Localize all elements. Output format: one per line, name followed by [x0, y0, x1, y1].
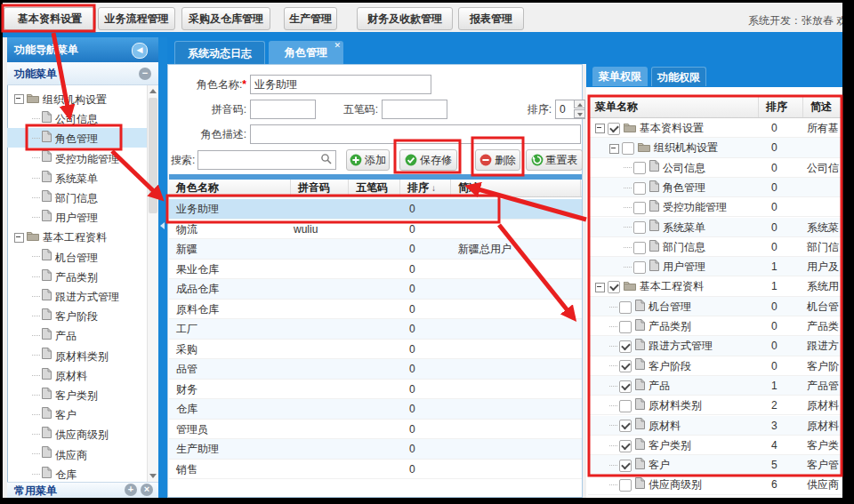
- permission-row[interactable]: 客户阶段0客户阶: [588, 356, 842, 376]
- table-row[interactable]: 品管0: [169, 359, 582, 380]
- permission-checkbox[interactable]: [619, 440, 632, 452]
- top-menu-item-6[interactable]: 报表管理: [458, 7, 524, 30]
- pinyin-field[interactable]: [250, 100, 316, 119]
- column-header-3[interactable]: 五笔码: [349, 180, 400, 196]
- permission-checkbox[interactable]: [608, 281, 620, 293]
- add-favorite-icon[interactable]: +: [125, 484, 137, 496]
- table-row[interactable]: 财务0: [169, 380, 582, 400]
- permission-checkbox[interactable]: [619, 321, 632, 333]
- permission-checkbox[interactable]: [619, 301, 632, 314]
- collapse-section-icon[interactable]: −: [139, 68, 151, 80]
- sidebar-tree-item[interactable]: 组织机构设置: [7, 89, 154, 108]
- table-row[interactable]: 仓库0: [169, 399, 582, 420]
- expand-collapse-icon[interactable]: [14, 233, 24, 243]
- table-row[interactable]: 采购0: [169, 340, 582, 360]
- permission-checkbox[interactable]: [633, 221, 646, 234]
- permission-checkbox[interactable]: [619, 479, 632, 492]
- column-header-2[interactable]: 排序: [759, 96, 803, 117]
- reset-form-button[interactable]: 重置表单: [526, 149, 583, 171]
- top-menu-item-1[interactable]: 基本资料设置: [4, 7, 96, 30]
- column-header-2[interactable]: 拼音码: [291, 180, 349, 196]
- permission-row[interactable]: 公司信息0公司信: [588, 158, 842, 178]
- expand-collapse-icon[interactable]: [609, 144, 619, 154]
- tab-system-log[interactable]: 系统动态日志: [174, 41, 265, 64]
- permission-row[interactable]: 受控功能管理0: [588, 197, 842, 217]
- permission-row[interactable]: 基本工程资料1系统用: [588, 276, 842, 296]
- table-row[interactable]: 管理员0: [169, 420, 582, 440]
- spin-down-icon[interactable]: [574, 109, 585, 118]
- permission-checkbox[interactable]: [619, 340, 632, 353]
- top-menu-item-4[interactable]: 生产管理: [284, 7, 337, 30]
- permission-checkbox[interactable]: [633, 242, 646, 254]
- permission-checkbox[interactable]: [633, 202, 646, 214]
- permission-checkbox[interactable]: [622, 142, 634, 155]
- expand-collapse-icon[interactable]: [595, 124, 605, 133]
- top-menu-item-3[interactable]: 采购及仓库管理: [181, 7, 270, 30]
- permission-checkbox[interactable]: [619, 420, 632, 432]
- column-header-3[interactable]: 简述: [803, 96, 842, 117]
- permission-row[interactable]: 客户类别4客户类: [588, 436, 842, 455]
- column-header-1[interactable]: 角色名称: [169, 180, 291, 196]
- top-menu-item-5[interactable]: 财务及收款管理: [357, 7, 453, 30]
- sidebar-tree-item[interactable]: 基本工程资料: [7, 227, 154, 246]
- permission-checkbox[interactable]: [619, 460, 632, 472]
- scroll-thumb[interactable]: [149, 98, 157, 213]
- permission-checkbox[interactable]: [633, 182, 646, 195]
- permission-row[interactable]: 角色管理0: [588, 178, 842, 197]
- permission-row[interactable]: 原材料类别2原材料: [588, 396, 842, 415]
- permission-row[interactable]: 原材料3原材料: [588, 416, 842, 436]
- wubi-field[interactable]: [382, 100, 447, 119]
- permission-row[interactable]: 产品类别0产品类: [588, 316, 842, 336]
- close-tab-icon[interactable]: ✕: [334, 41, 341, 51]
- scroll-down-icon[interactable]: [149, 474, 157, 478]
- expand-collapse-icon[interactable]: [595, 283, 605, 292]
- spin-up-icon[interactable]: [574, 100, 585, 108]
- tab-role-management[interactable]: 角色管理 ✕: [269, 41, 343, 64]
- add-button[interactable]: 添加: [346, 149, 390, 171]
- delete-button[interactable]: 删除: [475, 149, 520, 171]
- splitter-collapse-icon[interactable]: [160, 222, 165, 229]
- column-header-4[interactable]: 排序↓: [400, 180, 451, 196]
- save-changes-button[interactable]: 保存修改: [399, 149, 457, 171]
- search-input[interactable]: [197, 150, 336, 170]
- permission-row[interactable]: 组织机构设置0: [588, 138, 842, 157]
- permission-checkbox[interactable]: [619, 400, 632, 412]
- table-row[interactable]: 物流wuliu0: [169, 220, 582, 240]
- column-header-5[interactable]: 简述: [451, 180, 581, 196]
- remove-favorite-icon[interactable]: ×: [141, 484, 153, 496]
- table-row[interactable]: 业务助理0: [169, 199, 582, 220]
- permission-row[interactable]: 产品1产品管: [588, 376, 842, 396]
- table-row[interactable]: 生产助理0: [169, 439, 582, 460]
- sidebar-section-header[interactable]: 功能菜单: [7, 62, 158, 85]
- expand-collapse-icon[interactable]: [14, 94, 24, 104]
- column-header-1[interactable]: 菜单名称: [588, 96, 759, 117]
- permission-row[interactable]: 基本资料设置0所有基: [588, 118, 842, 138]
- permission-row[interactable]: 客户5客户管: [588, 455, 842, 475]
- table-row[interactable]: 销售0: [169, 460, 582, 480]
- permission-checkbox[interactable]: [633, 261, 646, 274]
- permission-checkbox[interactable]: [633, 162, 646, 174]
- tab-menu-permissions[interactable]: 菜单权限: [592, 67, 648, 86]
- scroll-up-icon[interactable]: [149, 89, 157, 93]
- permission-row[interactable]: 供应商级别6供应商: [588, 475, 842, 494]
- sidebar-scrollbar[interactable]: [147, 85, 158, 482]
- table-row[interactable]: 工厂0: [169, 319, 582, 340]
- role-name-field[interactable]: [250, 75, 431, 94]
- top-menu-item-2[interactable]: 业务流程管理: [98, 7, 175, 30]
- tab-function-permissions[interactable]: 功能权限: [651, 67, 706, 86]
- table-row[interactable]: 新疆0新疆总用户: [169, 239, 582, 260]
- table-row[interactable]: 原料仓库0: [169, 300, 582, 320]
- permission-row[interactable]: 系统菜单0系统菜: [588, 218, 842, 237]
- search-icon[interactable]: [320, 153, 334, 167]
- permission-row[interactable]: 机台管理0机台管: [588, 297, 842, 316]
- permission-row[interactable]: 部门信息0部门信: [588, 237, 842, 257]
- table-row[interactable]: 果业仓库0: [169, 260, 582, 280]
- permission-row[interactable]: 跟进方式管理0跟进方: [588, 336, 842, 356]
- table-row[interactable]: 成品仓库0: [169, 279, 582, 300]
- permission-checkbox[interactable]: [619, 380, 632, 393]
- role-desc-field[interactable]: [250, 124, 581, 144]
- permission-row[interactable]: 用户管理1用户及: [588, 257, 842, 276]
- permission-checkbox[interactable]: [608, 123, 620, 135]
- sidebar-collapse-button[interactable]: ◀: [132, 43, 148, 59]
- permission-checkbox[interactable]: [619, 360, 632, 372]
